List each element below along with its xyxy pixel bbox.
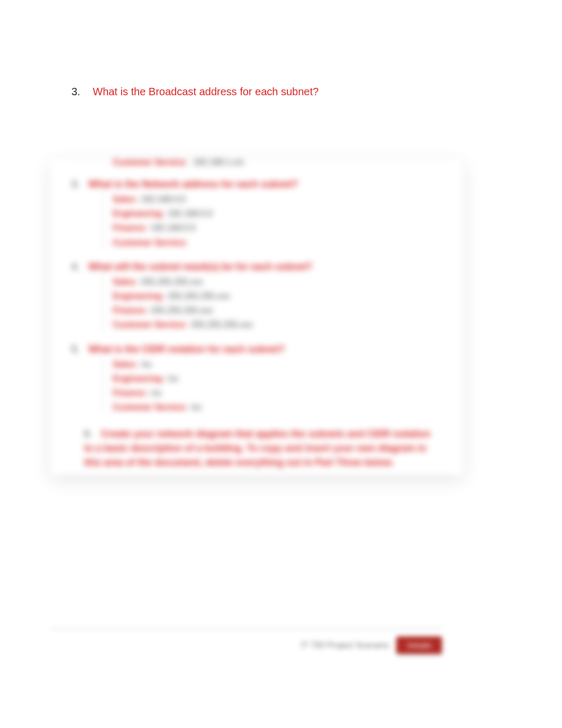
footer-rule — [50, 628, 442, 629]
footer-caption: IT 700 Project Scenario — [301, 641, 389, 650]
blurred-question-3: 4. What will the subnet mask(s) be for e… — [61, 261, 452, 332]
question-3-line: 3. What is the Broadcast address for eac… — [71, 85, 319, 98]
blurred-question-4: 5. What is the CIDR notation for each su… — [61, 344, 452, 415]
top-orphan-row: Customer Service: 192.168.1.x/x — [113, 158, 452, 167]
blurred-question-5: 6. Create your network diagram that appl… — [84, 427, 440, 470]
blurred-preview-card: Customer Service: 192.168.1.x/x 3. What … — [50, 159, 463, 475]
question-text: What is the Broadcast address for each s… — [93, 86, 319, 97]
question-number: 3. — [71, 86, 80, 97]
blurred-footer: IT 700 Project Scenario Details — [50, 628, 442, 654]
details-button[interactable]: Details — [396, 636, 442, 654]
blurred-question-2: 3. What is the Network address for each … — [61, 179, 452, 250]
